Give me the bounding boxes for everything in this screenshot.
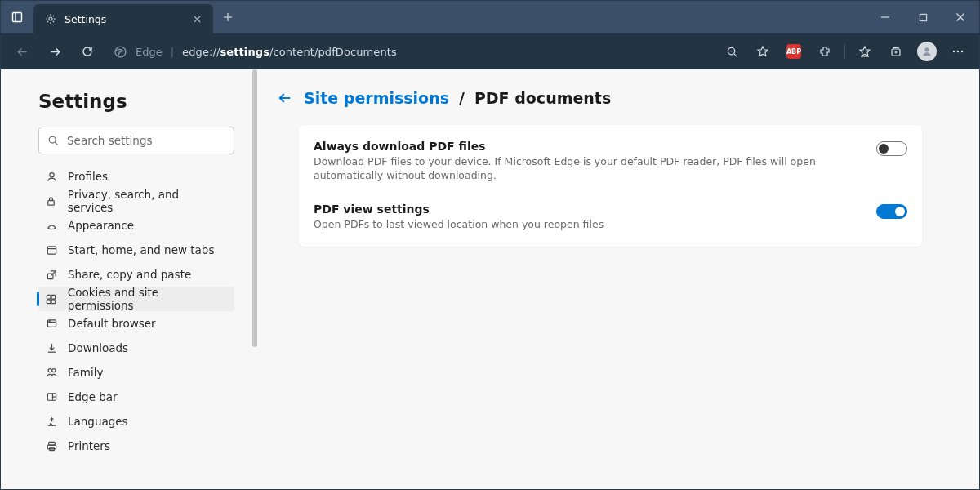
- abp-extension-icon[interactable]: ABP: [779, 38, 808, 65]
- svg-rect-26: [48, 200, 55, 205]
- close-window-button[interactable]: [942, 1, 979, 33]
- svg-rect-30: [47, 295, 51, 299]
- nav-icon: [45, 317, 58, 330]
- browser-toolbar: Edge | edge://settings/content/pdfDocume…: [1, 33, 979, 69]
- profile-avatar[interactable]: [912, 38, 942, 65]
- nav-icon: [45, 292, 58, 305]
- sidebar-item-languages[interactable]: Languages: [38, 409, 234, 434]
- toolbar-right: ABP: [717, 38, 973, 65]
- browser-tab[interactable]: Settings: [33, 4, 213, 33]
- svg-rect-31: [51, 295, 56, 299]
- collections-icon[interactable]: [881, 38, 911, 65]
- svg-point-19: [924, 47, 929, 51]
- page-content: Settings Search settings ProfilesPrivacy…: [1, 69, 979, 489]
- breadcrumb-current: PDF documents: [474, 89, 611, 107]
- sidebar-item-label: Start, home, and new tabs: [68, 243, 214, 256]
- svg-line-13: [733, 53, 736, 56]
- address-url: edge://settings/content/pdfDocuments: [182, 46, 397, 58]
- nav-icon: [45, 439, 58, 452]
- favorite-icon[interactable]: [748, 38, 777, 65]
- svg-point-21: [957, 51, 959, 52]
- sidebar-item-appearance[interactable]: Appearance: [38, 213, 234, 238]
- sidebar-item-downloads[interactable]: Downloads: [38, 336, 234, 360]
- svg-rect-0: [13, 13, 22, 22]
- minimize-button[interactable]: [866, 1, 904, 33]
- svg-rect-32: [47, 299, 51, 303]
- settings-title: Settings: [38, 91, 243, 112]
- app-window: Settings Edge | edge://settings/content/…: [0, 0, 980, 490]
- nav-icon: [45, 341, 58, 354]
- settings-sidebar: Settings Search settings ProfilesPrivacy…: [1, 69, 258, 489]
- forward-button[interactable]: [40, 38, 69, 65]
- settings-main: Site permissions / PDF documents Always …: [258, 69, 979, 489]
- setting-title: PDF view settings: [314, 203, 604, 216]
- maximize-button[interactable]: [904, 1, 942, 33]
- sidebar-item-family[interactable]: Family: [38, 360, 234, 385]
- sidebar-item-cookies-and-site-permissions[interactable]: Cookies and site permissions: [38, 287, 234, 311]
- favorites-bar-icon[interactable]: [850, 38, 880, 65]
- edge-logo-icon: [114, 45, 127, 59]
- svg-point-36: [49, 320, 50, 321]
- setting-text: PDF view settingsOpen PDFs to last viewe…: [314, 203, 604, 232]
- search-placeholder: Search settings: [67, 134, 153, 147]
- sidebar-item-label: Appearance: [68, 219, 134, 232]
- setting-row: PDF view settingsOpen PDFs to last viewe…: [299, 193, 922, 242]
- sidebar-item-label: Profiles: [68, 170, 108, 183]
- titlebar: Settings: [1, 1, 979, 33]
- nav-icon: [45, 243, 58, 256]
- sidebar-item-label: Share, copy and paste: [68, 268, 191, 281]
- svg-rect-33: [51, 299, 56, 303]
- setting-title: Always download PDF files: [314, 140, 860, 153]
- svg-point-38: [48, 368, 51, 372]
- settings-nav: ProfilesPrivacy, search, and servicesApp…: [38, 164, 243, 458]
- new-tab-button[interactable]: [213, 1, 243, 33]
- more-menu-button[interactable]: [943, 38, 973, 65]
- breadcrumb-parent-link[interactable]: Site permissions: [304, 89, 449, 107]
- extensions-icon[interactable]: [810, 38, 840, 65]
- nav-icon: [45, 390, 58, 403]
- back-button[interactable]: [7, 38, 37, 65]
- svg-point-20: [953, 51, 955, 52]
- sidebar-item-share-copy-and-paste[interactable]: Share, copy and paste: [38, 262, 234, 287]
- sidebar-item-default-browser[interactable]: Default browser: [38, 311, 234, 336]
- sidebar-item-printers[interactable]: Printers: [38, 434, 234, 458]
- nav-icon: [45, 366, 58, 379]
- svg-point-2: [49, 17, 52, 20]
- titlebar-drag-region[interactable]: [243, 1, 866, 33]
- zoom-icon[interactable]: [717, 38, 746, 65]
- breadcrumb-back-button[interactable]: [276, 89, 294, 107]
- address-bar[interactable]: Edge | edge://settings/content/pdfDocume…: [105, 38, 714, 65]
- nav-icon: [45, 415, 58, 428]
- sidebar-item-label: Edge bar: [68, 390, 118, 403]
- search-input[interactable]: Search settings: [38, 127, 234, 154]
- svg-line-24: [55, 142, 57, 145]
- nav-icon: [45, 219, 58, 232]
- sidebar-item-profiles[interactable]: Profiles: [38, 164, 234, 189]
- sidebar-item-label: Printers: [68, 439, 110, 452]
- sidebar-item-edge-bar[interactable]: Edge bar: [38, 385, 234, 409]
- sidebar-scrollbar[interactable]: [252, 69, 258, 489]
- setting-toggle[interactable]: [876, 141, 907, 156]
- titlebar-left: Settings: [1, 1, 243, 33]
- setting-description: Download PDF files to your device. If Mi…: [314, 155, 860, 183]
- search-icon: [47, 135, 59, 146]
- svg-point-23: [49, 136, 56, 143]
- sidebar-item-start-home-and-new-tabs[interactable]: Start, home, and new tabs: [38, 238, 234, 262]
- nav-icon: [45, 194, 58, 207]
- sidebar-item-label: Default browser: [68, 317, 156, 330]
- address-separator: |: [171, 46, 174, 58]
- setting-row: Always download PDF filesDownload PDF fi…: [299, 130, 922, 193]
- svg-point-25: [49, 172, 53, 176]
- setting-toggle[interactable]: [876, 204, 907, 219]
- window-controls: [866, 1, 979, 33]
- sidebar-item-label: Languages: [68, 415, 128, 428]
- sidebar-item-label: Privacy, search, and services: [68, 188, 226, 214]
- nav-icon: [45, 170, 58, 183]
- svg-point-39: [51, 368, 55, 372]
- setting-description: Open PDFs to last viewed location when y…: [314, 218, 604, 232]
- sidebar-item-privacy-search-and-services[interactable]: Privacy, search, and services: [38, 189, 234, 213]
- address-scheme-label: Edge: [136, 46, 163, 58]
- refresh-button[interactable]: [73, 38, 102, 65]
- tab-actions-button[interactable]: [1, 1, 33, 33]
- close-icon[interactable]: [193, 15, 202, 24]
